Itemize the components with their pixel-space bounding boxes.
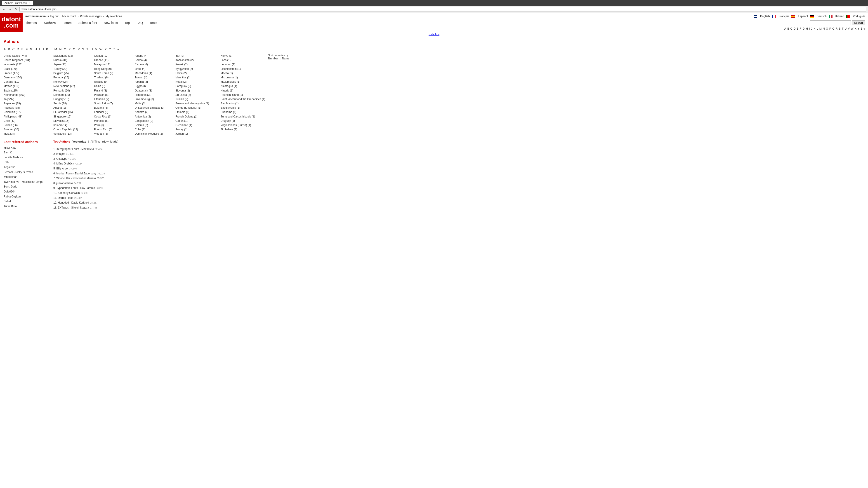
list-item[interactable]: Rab	[4, 160, 49, 165]
list-item[interactable]: Greenland (1)	[176, 124, 192, 127]
alpha-F[interactable]: F	[800, 27, 801, 30]
list-item[interactable]: Honduras (3)	[135, 93, 151, 96]
author-link[interactable]: Kimberly Geswein	[58, 191, 80, 195]
list-item[interactable]: Australia (78)	[4, 106, 20, 109]
list-item[interactable]: Japan (30)	[53, 63, 66, 66]
list-item[interactable]: Indonesia (232)	[4, 63, 22, 66]
list-item[interactable]: Ecuador (6)	[94, 110, 108, 113]
list-item[interactable]: Spain (115)	[4, 89, 18, 92]
list-item[interactable]: Ethiopia (1)	[176, 110, 189, 113]
lang-english[interactable]: English	[760, 15, 770, 18]
list-item[interactable]: Serbia (18)	[53, 102, 67, 105]
content-alpha-I[interactable]: I	[39, 47, 40, 51]
alpha-R[interactable]: R	[836, 27, 838, 30]
list-item[interactable]: DeheL	[4, 199, 49, 204]
content-alpha-C[interactable]: C	[12, 47, 14, 51]
list-item[interactable]: Latvia (2)	[176, 72, 187, 75]
list-item[interactable]: Thailand (9)	[94, 76, 108, 79]
list-item[interactable]: Colombia (57)	[4, 110, 21, 113]
nav-submit[interactable]: Submit a font	[79, 21, 97, 25]
list-item[interactable]: Malta (3)	[135, 102, 145, 105]
list-item[interactable]: Sam K	[4, 150, 49, 155]
alpha-Y[interactable]: Y	[858, 27, 860, 30]
alpha-U[interactable]: U	[845, 27, 847, 30]
list-item[interactable]: Kazakhstan (2)	[176, 59, 194, 62]
list-item[interactable]: Kuwait (2)	[176, 63, 188, 66]
search-button[interactable]: Search	[852, 20, 865, 25]
list-item[interactable]: Antarctica (2)	[135, 115, 151, 118]
my-selections-link[interactable]: My selections	[105, 15, 122, 18]
list-item[interactable]: Belgium (25)	[53, 72, 69, 75]
list-item[interactable]: Suriname (1)	[221, 110, 236, 113]
list-item[interactable]: Saudi Arabia (1)	[221, 106, 240, 109]
alpha-W[interactable]: W	[851, 27, 853, 30]
list-item[interactable]: Germany (150)	[4, 76, 22, 79]
list-item[interactable]: Boris Garic	[4, 184, 49, 189]
list-item[interactable]: Gaia0904	[4, 189, 49, 194]
tab-alltime[interactable]: All-Time	[91, 140, 101, 143]
list-item[interactable]: South Africa (7)	[94, 102, 113, 105]
list-item[interactable]: Jersey (1)	[176, 128, 187, 131]
alpha-M[interactable]: M	[819, 27, 822, 30]
logo[interactable]: dafont .com	[0, 13, 23, 32]
author-link[interactable]: Typodermic Fonts - Ray Larabie	[56, 186, 95, 190]
list-item[interactable]: Zimbabwe (1)	[221, 128, 237, 131]
list-item[interactable]: France (172)	[4, 72, 19, 75]
alpha-X[interactable]: X	[855, 27, 857, 30]
alpha-B[interactable]: B	[787, 27, 789, 30]
list-item[interactable]: Ukraine (9)	[94, 80, 107, 84]
list-item[interactable]: Finland (8)	[94, 89, 107, 92]
content-alpha-Y[interactable]: Y	[109, 47, 111, 51]
address-bar[interactable]	[20, 7, 866, 12]
content-alpha-J[interactable]: J	[42, 47, 44, 51]
list-item[interactable]: Congo (Kinshasa) (1)	[176, 106, 201, 109]
forward-button[interactable]: →	[8, 7, 12, 11]
list-item[interactable]: Hungary (18)	[53, 98, 69, 101]
list-item[interactable]: Lithuania (7)	[94, 98, 109, 101]
lang-spanish[interactable]: Español	[798, 15, 808, 18]
list-item[interactable]: Philippines (48)	[4, 115, 22, 118]
list-item[interactable]: Uruguay (1)	[221, 119, 235, 123]
nav-top[interactable]: Top	[125, 21, 130, 25]
author-link[interactable]: Iconian Fonts - Daniel Zadorozny	[56, 172, 96, 175]
list-item[interactable]: United States (744)	[4, 54, 27, 57]
nav-faq[interactable]: FAQ	[136, 21, 143, 25]
content-alpha-B[interactable]: B	[8, 47, 10, 51]
list-item[interactable]: United Kingdom (234)	[4, 59, 30, 62]
list-item[interactable]: Puerto Rico (5)	[94, 128, 112, 131]
list-item[interactable]: Paraguay (2)	[176, 85, 191, 88]
alpha-H[interactable]: H	[806, 27, 808, 30]
list-item[interactable]: Bosnia and Herzegovina (1)	[176, 102, 209, 105]
alpha-K[interactable]: K	[813, 27, 815, 30]
list-item[interactable]: Macedonia (4)	[135, 72, 152, 75]
list-item[interactable]: French Guiana (1)	[176, 115, 197, 118]
list-item[interactable]: Bulgaria (6)	[94, 106, 108, 109]
list-item[interactable]: Liechtenstein (1)	[221, 67, 241, 70]
list-item[interactable]: Virgin Islands (British) (1)	[221, 124, 251, 127]
list-item[interactable]: Peru (6)	[94, 124, 104, 127]
content-alpha-O[interactable]: O	[64, 47, 66, 51]
list-item[interactable]: New Zealand (22)	[53, 85, 75, 88]
list-item[interactable]: Chile (42)	[4, 119, 16, 123]
list-item[interactable]: Rabia Coşkun	[4, 194, 49, 199]
list-item[interactable]: Czech Republic (13)	[53, 128, 78, 131]
alpha-A[interactable]: A	[784, 27, 786, 30]
list-item[interactable]: Tunisia (2)	[176, 98, 188, 101]
list-item[interactable]: Hong Kong (9)	[94, 67, 112, 70]
list-item[interactable]: Venezuela (13)	[53, 132, 72, 135]
list-item[interactable]: Israel (4)	[135, 67, 145, 70]
content-alpha-F[interactable]: F	[26, 47, 28, 51]
alpha-C[interactable]: C	[790, 27, 793, 30]
content-alpha-U[interactable]: U	[90, 47, 93, 51]
list-item[interactable]: Taiwan (4)	[135, 76, 147, 79]
author-link[interactable]: junkohanhero	[56, 182, 73, 185]
list-item[interactable]: Bangladesh (2)	[135, 119, 153, 123]
list-item[interactable]: Singapore (15)	[53, 115, 71, 118]
content-alpha-R[interactable]: R	[78, 47, 80, 51]
list-item[interactable]: El Salvador (16)	[53, 110, 73, 113]
list-item[interactable]: Reunion Island (1)	[221, 93, 243, 96]
content-alpha-V[interactable]: V	[95, 47, 97, 51]
author-link[interactable]: Billy Argel	[56, 167, 68, 170]
list-item[interactable]: Lucélia Barbosa	[4, 155, 49, 160]
content-alpha-M[interactable]: M	[55, 47, 57, 51]
